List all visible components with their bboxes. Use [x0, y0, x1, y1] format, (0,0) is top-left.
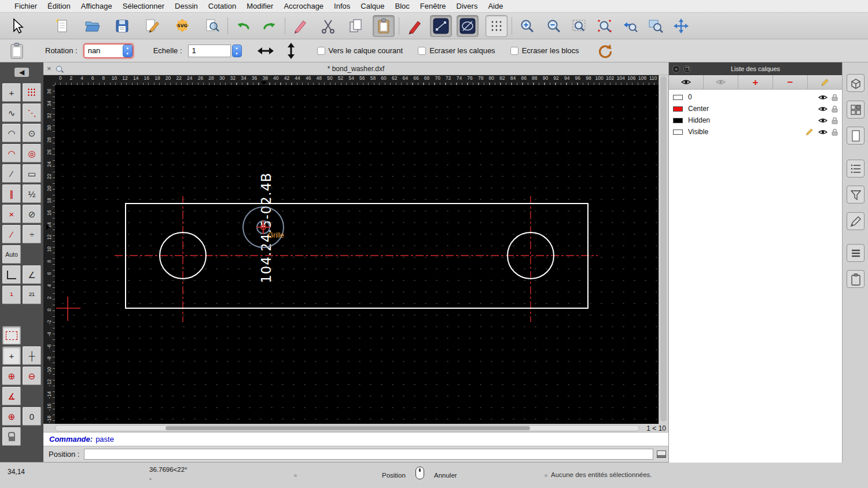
rotation-input[interactable]: [84, 45, 122, 57]
menu-item[interactable]: Édition: [42, 2, 76, 10]
overwrite-layers-checkbox[interactable]: Ecraser les calques: [418, 46, 495, 55]
Center[interactable]: Center: [669, 103, 842, 114]
rotation-stepper[interactable]: ▲▼: [123, 45, 133, 57]
polyline-tool-button[interactable]: [430, 15, 452, 37]
to-current-layer-checkbox[interactable]: Vers le calque courant: [317, 46, 403, 55]
delete-entity-button[interactable]: [289, 15, 311, 37]
menu-item[interactable]: Modifier: [241, 2, 278, 10]
dock-filter-button[interactable]: [847, 186, 865, 204]
zoom-auto-button[interactable]: [568, 15, 590, 37]
modify-stretch[interactable]: ∕: [2, 225, 21, 243]
draw-circle[interactable]: ⊙: [23, 124, 41, 142]
open-file-button[interactable]: [81, 15, 103, 37]
snap-endpoint[interactable]: ┼: [23, 346, 41, 365]
layer-visibility-eye-icon[interactable]: [818, 94, 827, 101]
scale-input[interactable]: [188, 45, 231, 57]
snap-free-toggle[interactable]: +: [2, 346, 21, 365]
dock-cad-view-button[interactable]: [847, 74, 865, 92]
menu-item[interactable]: Sélectionner: [117, 2, 170, 10]
layer-lock-icon[interactable]: [832, 94, 838, 101]
save-button[interactable]: [111, 15, 133, 37]
zoom-pan-button[interactable]: [670, 15, 692, 37]
snap-auto[interactable]: Auto: [2, 245, 21, 264]
draw-line-tangent[interactable]: ∕: [2, 164, 21, 183]
layer-lock-icon[interactable]: [832, 128, 838, 136]
ellipse-tool-button[interactable]: [457, 15, 479, 37]
lock-relative-zero[interactable]: 0: [23, 407, 41, 426]
zoom-out-button[interactable]: [543, 15, 565, 37]
draw-arc[interactable]: ◠: [2, 124, 21, 142]
modify-order[interactable]: ½: [23, 184, 41, 203]
Hidden[interactable]: Hidden: [669, 114, 842, 126]
drawing-canvas[interactable]: 104.24.5-02.4B Grille: [55, 85, 659, 424]
Visible[interactable]: Visible: [669, 126, 842, 138]
layer-visibility-eye-icon[interactable]: [818, 106, 827, 112]
show-all-layers-button[interactable]: [669, 75, 704, 89]
scrollbar-thumb[interactable]: [660, 76, 667, 422]
layer-edit-pencil-icon[interactable]: [806, 128, 814, 136]
menu-item[interactable]: Aide: [483, 2, 508, 10]
coordinates-polar[interactable]: ∠: [23, 265, 41, 284]
command-line[interactable]: Commande: paste: [43, 432, 668, 446]
coordinates-absolute[interactable]: [2, 265, 21, 284]
menu-item[interactable]: Calque: [355, 2, 389, 10]
snap-center[interactable]: ⊕: [2, 367, 21, 385]
pen-edit-button[interactable]: [403, 15, 425, 37]
add-layer-button[interactable]: +: [738, 75, 773, 89]
dock-page-button[interactable]: [847, 127, 865, 145]
copy-button[interactable]: [345, 15, 367, 37]
menu-item[interactable]: Dessin: [170, 2, 203, 10]
horizontal-scrollbar[interactable]: [55, 425, 639, 431]
layer-lock-icon[interactable]: [832, 117, 838, 124]
scale-stepper[interactable]: ▲▼: [232, 45, 242, 57]
menu-item[interactable]: Divers: [451, 2, 483, 10]
snap-free[interactable]: +: [2, 83, 21, 102]
command-window-toggle-icon[interactable]: [657, 450, 666, 458]
redo-button[interactable]: [259, 15, 281, 37]
dock-clipboard-button[interactable]: [847, 270, 865, 288]
svg-export-button[interactable]: SVG: [171, 15, 193, 37]
position-input[interactable]: [84, 449, 653, 460]
snap-distance[interactable]: ⊖: [23, 367, 41, 385]
grid-toggle-button[interactable]: [486, 15, 507, 37]
draw-arc-3p[interactable]: ◠: [2, 144, 21, 162]
new-document-button[interactable]: [51, 15, 73, 37]
select-window[interactable]: [2, 326, 21, 345]
order-first[interactable]: ¹: [2, 286, 21, 304]
draw-rectangle[interactable]: ▭: [23, 164, 41, 183]
lock[interactable]: [2, 427, 21, 446]
collapse-palette-button[interactable]: ◀: [14, 68, 29, 77]
dock-blocks-button[interactable]: [847, 101, 865, 119]
overwrite-blocks-checkbox[interactable]: Ecraser les blocs: [510, 46, 579, 55]
dock-pen-button[interactable]: [847, 212, 865, 230]
remove-layer-button[interactable]: −: [773, 75, 808, 89]
modify-measure[interactable]: ÷: [23, 225, 41, 243]
menu-item[interactable]: Cotation: [203, 2, 241, 10]
draw-spline[interactable]: ∿: [2, 103, 21, 122]
menu-item[interactable]: Affichage: [76, 2, 117, 10]
zoom-redraw-button[interactable]: [594, 15, 616, 37]
cut-button[interactable]: [317, 15, 339, 37]
edit-document-button[interactable]: [141, 15, 163, 37]
checkbox-box[interactable]: [317, 47, 325, 55]
draw-circle-center-radius[interactable]: ◎: [23, 144, 41, 162]
zoom-previous-button[interactable]: [619, 15, 641, 37]
checkbox-box[interactable]: [510, 47, 518, 55]
zoom-window-button[interactable]: [645, 15, 667, 37]
snap-grid-point[interactable]: ⊕: [2, 407, 21, 426]
draw-parallel[interactable]: ∥: [2, 184, 21, 203]
draw-line-points[interactable]: ⋱: [23, 103, 41, 122]
dock-lines-button[interactable]: [847, 244, 865, 262]
cancel-action-button[interactable]: [593, 40, 615, 62]
hide-all-layers-button[interactable]: [704, 75, 738, 89]
modify-trim[interactable]: ×: [2, 205, 21, 223]
dock-list-button[interactable]: [847, 160, 865, 178]
undo-button[interactable]: [232, 15, 254, 37]
snap-angle[interactable]: ∡: [2, 387, 21, 405]
menu-item[interactable]: Infos: [329, 2, 355, 10]
menu-item[interactable]: Bloc: [389, 2, 414, 10]
scrollbar-thumb[interactable]: [165, 426, 530, 430]
flip-horizontal-button[interactable]: [255, 40, 277, 62]
layer-lock-icon[interactable]: [832, 105, 838, 113]
snap-grid-points[interactable]: [23, 83, 41, 102]
